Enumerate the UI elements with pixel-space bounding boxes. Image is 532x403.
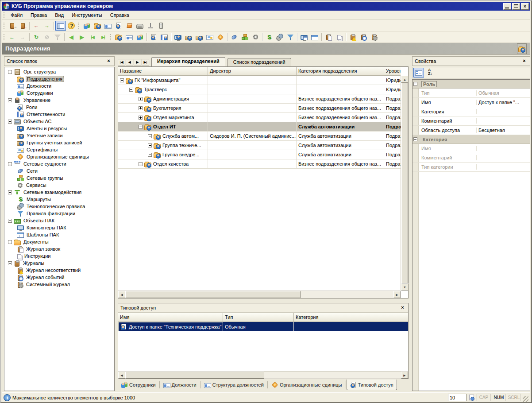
account-box-button[interactable] — [183, 32, 194, 42]
refresh-button[interactable]: ↻ — [31, 32, 42, 42]
toolbar-grip[interactable] — [78, 22, 80, 30]
tree-item[interactable]: Журнал несоответствий — [4, 267, 114, 274]
menu-item[interactable]: Правка — [27, 12, 51, 19]
minimize-button[interactable] — [503, 3, 511, 10]
bottom-tab[interactable]: Структура должностей — [201, 380, 267, 390]
expand-toggle-icon[interactable] — [139, 97, 143, 101]
users-group-button[interactable] — [81, 21, 92, 31]
menu-item[interactable]: Вид — [51, 12, 68, 19]
apply-selection-limit-icon[interactable] — [469, 395, 474, 400]
tree-item[interactable]: Объекты АС — [4, 118, 114, 125]
tree-item[interactable]: Журнал заявок — [4, 245, 114, 252]
tree-item[interactable]: Журналы — [4, 260, 114, 267]
expand-toggle-icon[interactable] — [148, 143, 152, 147]
folders-close-icon[interactable]: × — [105, 58, 112, 64]
gear-button[interactable] — [250, 32, 261, 42]
tree-item[interactable]: Сетевые группы — [4, 174, 114, 182]
tree-item[interactable]: Должности — [4, 82, 114, 89]
categorized-button[interactable] — [413, 68, 424, 78]
department-row[interactable]: БухгалтерияБизнес подразделения общего н… — [118, 104, 401, 113]
nav-back-button[interactable]: ← — [7, 32, 17, 42]
tree-item[interactable]: Сервисы — [4, 182, 114, 189]
play-last-button[interactable]: ▶| — [98, 32, 108, 42]
tree-item[interactable]: Технологические правила — [4, 203, 114, 210]
tree-item[interactable]: Сертификаты — [4, 146, 114, 153]
tree-item[interactable]: Сетевые сущности — [4, 160, 114, 167]
department-row[interactable]: Отдел ИТСлужба автоматизацииПодраз — [118, 122, 401, 132]
arrow-red-left-button[interactable]: ← — [31, 21, 42, 31]
scroll-left-icon[interactable]: ◀ — [118, 291, 125, 298]
net-swirl-button[interactable] — [229, 32, 239, 42]
folder-user-button[interactable] — [113, 32, 124, 42]
department-row[interactable]: Группа внедре...Служба автоматизацииПодр… — [118, 150, 401, 159]
expand-toggle-icon[interactable] — [8, 70, 12, 74]
tree-item[interactable]: Компьютеры ПАК — [4, 224, 114, 231]
expand-toggle-icon[interactable] — [8, 162, 12, 166]
org-chart-button[interactable] — [239, 32, 250, 42]
collapse-group-icon[interactable] — [413, 137, 417, 141]
filter-blue-button[interactable] — [285, 32, 296, 42]
sort-az-button[interactable] — [425, 68, 436, 78]
id-card-button[interactable] — [103, 21, 113, 31]
department-row[interactable]: АдминистрацияБизнес подразделения общего… — [118, 94, 401, 104]
property-row[interactable]: Тип категории — [412, 163, 530, 172]
box-3d-button[interactable] — [124, 21, 135, 31]
tree-item[interactable]: Роли — [4, 104, 114, 111]
maximize-button[interactable] — [512, 3, 520, 10]
property-row[interactable]: Комментарий — [412, 116, 530, 126]
expand-toggle-icon[interactable] — [8, 190, 12, 194]
column-header[interactable]: Категория подразделения — [297, 67, 384, 76]
tree-item[interactable]: Учетные записи — [4, 132, 114, 139]
bottom-tab[interactable]: Типовой доступ — [347, 380, 397, 390]
monitor-person-button[interactable] — [173, 32, 183, 42]
clipboard-gear-button[interactable] — [369, 32, 379, 42]
collapse-group-icon[interactable] — [413, 82, 417, 86]
expand-toggle-icon[interactable] — [148, 153, 152, 157]
department-row[interactable]: Служба автом...Сидоров И. П. (Системный … — [118, 132, 401, 141]
routes-button[interactable] — [264, 32, 274, 42]
computer-window-button[interactable] — [299, 32, 309, 42]
department-row[interactable]: ТрастверсЮридиче — [118, 85, 401, 94]
scroll-left-icon[interactable]: ◀ — [118, 372, 125, 379]
menu-grip[interactable] — [3, 11, 5, 19]
grid-horizontal-scrollbar[interactable]: ◀ ▶ — [118, 291, 401, 298]
menu-item[interactable]: Справка — [106, 12, 133, 19]
clipboard-warn-button[interactable] — [347, 32, 358, 42]
expand-toggle-icon[interactable] — [8, 219, 12, 223]
tower-pc-button[interactable] — [156, 21, 166, 31]
horizontal-scroll-thumb[interactable] — [125, 372, 264, 379]
property-row[interactable]: ТипОбычная — [412, 89, 530, 98]
nav-forward-button[interactable]: → — [17, 32, 28, 42]
access-row[interactable]: Доступ к папке "Техническая поддержка"Об… — [118, 322, 408, 331]
department-row[interactable]: Группа техниче...Служба автоматизацииПод… — [118, 141, 401, 150]
column-header[interactable]: Уровень — [384, 67, 401, 76]
tree-item[interactable]: Орг. структура — [4, 68, 114, 75]
property-group-row[interactable]: Категория — [412, 135, 530, 144]
tree-item[interactable]: Организационные единицы — [4, 153, 114, 160]
property-group-row[interactable]: Роль — [412, 80, 530, 89]
scroll-up-icon[interactable]: ▲ — [401, 76, 409, 83]
bottom-tab[interactable]: Сотрудники — [118, 380, 159, 390]
play-first-button[interactable]: |◀ — [87, 32, 98, 42]
server-drawer-button[interactable] — [135, 21, 145, 31]
property-row[interactable]: Область доступаБесцветная — [412, 126, 530, 135]
selection-limit-input[interactable] — [448, 394, 466, 401]
tree-item[interactable]: Шаблоны ПАК — [4, 231, 114, 238]
column-header[interactable]: Категория — [294, 313, 408, 322]
door-exit-button[interactable] — [7, 21, 17, 31]
menu-item[interactable]: Инструменты — [68, 12, 106, 19]
person-doc-button[interactable] — [113, 21, 124, 31]
tab-nav-icon[interactable]: ▶ — [134, 59, 141, 66]
expand-toggle-icon[interactable] — [139, 106, 143, 110]
expand-toggle-icon[interactable] — [139, 116, 143, 120]
resize-grip[interactable] — [523, 396, 528, 402]
column-header[interactable]: Тип — [223, 313, 294, 322]
clipboard-page-button[interactable] — [323, 32, 334, 42]
expand-toggle-icon[interactable] — [129, 88, 133, 92]
tree-item[interactable]: Системный журнал — [4, 281, 114, 288]
toolbar-grip[interactable] — [3, 22, 5, 30]
play-next-button[interactable]: ▶ — [77, 32, 87, 42]
clipboard-clock-button[interactable] — [358, 32, 369, 42]
users-group-button[interactable] — [135, 32, 145, 42]
tab-nav-icon[interactable]: ◀ — [126, 59, 133, 66]
